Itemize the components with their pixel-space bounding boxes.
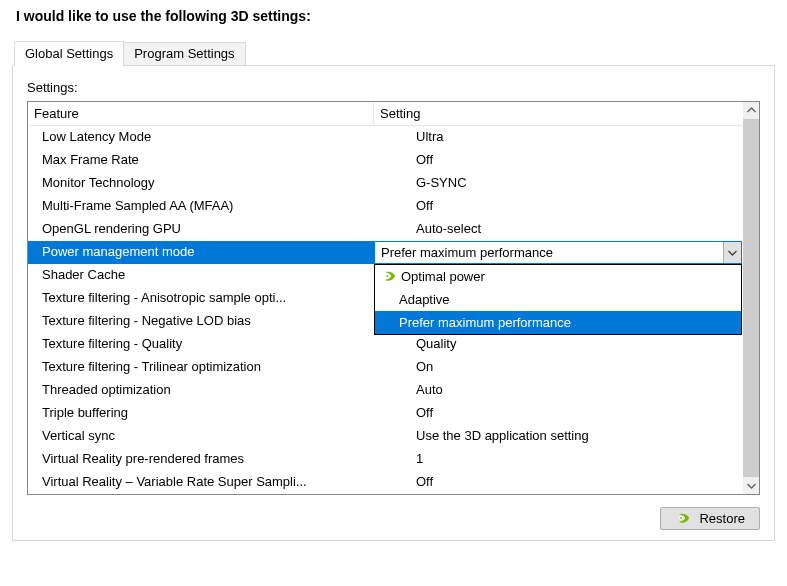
setting-cell[interactable]: On: [374, 356, 742, 379]
combobox-value: Prefer maximum performance: [375, 242, 723, 263]
settings-row[interactable]: Monitor TechnologyG-SYNC: [28, 172, 742, 195]
settings-row[interactable]: Texture filtering - Trilinear optimizati…: [28, 356, 742, 379]
settings-row[interactable]: Threaded optimizationAuto: [28, 379, 742, 402]
setting-cell[interactable]: G-SYNC: [374, 172, 742, 195]
setting-cell[interactable]: Ultra: [374, 126, 742, 149]
dropdown-item[interactable]: Adaptive: [375, 288, 741, 311]
restore-button[interactable]: Restore: [660, 507, 760, 530]
settings-label: Settings:: [27, 80, 760, 95]
feature-cell: Max Frame Rate: [28, 149, 374, 172]
tab-strip: Global Settings Program Settings: [14, 40, 775, 65]
setting-cell[interactable]: Quality: [374, 333, 742, 356]
settings-list-body: Feature Setting Low Latency ModeUltraMax…: [28, 102, 742, 494]
dropdown-item-label: Prefer maximum performance: [381, 315, 571, 330]
page-heading: I would like to use the following 3D set…: [16, 8, 775, 24]
combobox-button[interactable]: [723, 242, 741, 263]
settings-row[interactable]: Vertical syncUse the 3D application sett…: [28, 425, 742, 448]
feature-cell: Virtual Reality pre-rendered frames: [28, 448, 374, 471]
setting-cell[interactable]: Auto: [374, 379, 742, 402]
feature-cell: Texture filtering - Quality: [28, 333, 374, 356]
feature-cell: Shader Cache: [28, 264, 374, 287]
settings-row[interactable]: Max Frame RateOff: [28, 149, 742, 172]
feature-cell: Vertical sync: [28, 425, 374, 448]
settings-row[interactable]: Power management modePrefer maximum perf…: [28, 241, 742, 264]
setting-cell[interactable]: Off: [374, 195, 742, 218]
nvidia-icon: [381, 271, 397, 283]
restore-button-label: Restore: [699, 511, 745, 526]
panel-footer: Restore: [27, 507, 760, 530]
feature-cell: OpenGL rendering GPU: [28, 218, 374, 241]
setting-cell[interactable]: Off: [374, 149, 742, 172]
scroll-up-button[interactable]: [743, 102, 759, 119]
feature-cell: Texture filtering - Anisotropic sample o…: [28, 287, 374, 310]
feature-cell: Texture filtering - Trilinear optimizati…: [28, 356, 374, 379]
tab-program-settings[interactable]: Program Settings: [123, 42, 245, 65]
settings-list: Feature Setting Low Latency ModeUltraMax…: [27, 101, 760, 495]
svg-point-1: [386, 275, 388, 277]
setting-cell[interactable]: Use the 3D application setting: [374, 425, 742, 448]
settings-panel: Settings: Feature Setting Low Latency Mo…: [12, 65, 775, 541]
feature-cell: Texture filtering - Negative LOD bias: [28, 310, 374, 333]
svg-point-3: [681, 517, 683, 519]
feature-cell: Multi-Frame Sampled AA (MFAA): [28, 195, 374, 218]
feature-cell: Low Latency Mode: [28, 126, 374, 149]
settings-row[interactable]: OpenGL rendering GPUAuto-select: [28, 218, 742, 241]
scroll-thumb[interactable]: [743, 119, 759, 477]
setting-cell[interactable]: Off: [374, 471, 742, 494]
header-setting[interactable]: Setting: [374, 102, 742, 125]
chevron-up-icon: [747, 106, 756, 115]
list-header: Feature Setting: [28, 102, 742, 126]
dropdown-item[interactable]: Prefer maximum performance: [375, 311, 741, 334]
setting-cell[interactable]: Auto-select: [374, 218, 742, 241]
settings-row[interactable]: Multi-Frame Sampled AA (MFAA)Off: [28, 195, 742, 218]
setting-cell[interactable]: Off: [374, 402, 742, 425]
settings-row[interactable]: Low Latency ModeUltra: [28, 126, 742, 149]
setting-cell[interactable]: Prefer maximum performance: [374, 241, 742, 264]
setting-cell[interactable]: 1: [374, 448, 742, 471]
feature-cell: Power management mode: [28, 241, 374, 264]
feature-cell: Virtual Reality – Variable Rate Super Sa…: [28, 471, 374, 494]
header-feature[interactable]: Feature: [28, 102, 374, 125]
dropdown-item[interactable]: Optimal power: [375, 265, 741, 288]
settings-row[interactable]: Texture filtering - QualityQuality: [28, 333, 742, 356]
chevron-down-icon: [728, 248, 737, 257]
power-mode-dropdown[interactable]: Optimal powerAdaptivePrefer maximum perf…: [374, 264, 742, 335]
vertical-scrollbar[interactable]: [742, 102, 759, 494]
dropdown-item-label: Adaptive: [381, 292, 450, 307]
settings-row[interactable]: Virtual Reality – Variable Rate Super Sa…: [28, 471, 742, 494]
scroll-down-button[interactable]: [743, 477, 759, 494]
chevron-down-icon: [747, 481, 756, 490]
feature-cell: Monitor Technology: [28, 172, 374, 195]
feature-cell: Threaded optimization: [28, 379, 374, 402]
dropdown-item-label: Optimal power: [399, 269, 485, 284]
nvidia-icon: [675, 513, 691, 525]
setting-combobox[interactable]: Prefer maximum performance: [374, 241, 742, 264]
settings-row[interactable]: Triple bufferingOff: [28, 402, 742, 425]
feature-cell: Triple buffering: [28, 402, 374, 425]
tab-global-settings[interactable]: Global Settings: [14, 41, 124, 66]
scroll-track[interactable]: [743, 119, 759, 477]
settings-row[interactable]: Virtual Reality pre-rendered frames1: [28, 448, 742, 471]
